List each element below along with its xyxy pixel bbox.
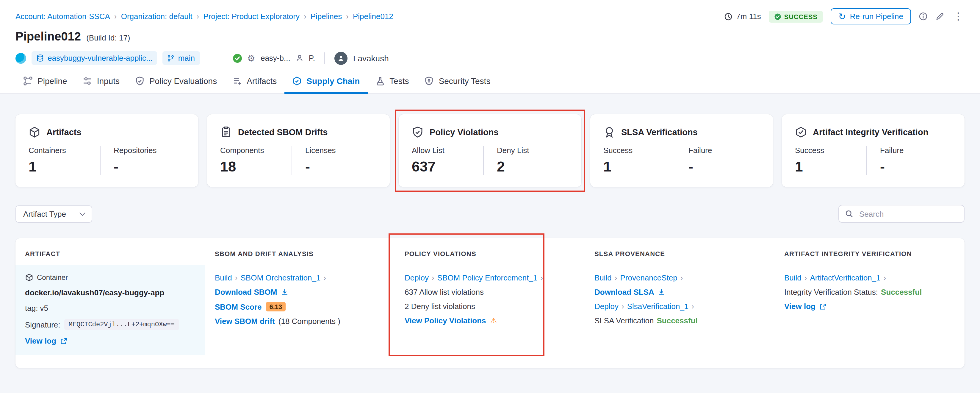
card-artifacts: Artifacts Containers 1 Repositories - [16,114,198,187]
tab-supply-chain[interactable]: Supply Chain [285,70,368,94]
breadcrumb-separator-icon [114,12,117,21]
column-header-integrity: ARTIFACT INTEGRITY VERIFICATION [775,238,964,265]
metric-value: 2 [497,158,568,175]
column-header-policy-violations: POLICY VIOLATIONS [395,238,585,265]
artifact-image-name: docker.io/lavakush07/easy-buggy-app [25,288,164,297]
supply-chain-icon [292,76,302,86]
integrity-cube-icon [795,126,807,138]
slsa-badge-icon [603,126,615,138]
more-options-icon[interactable]: ⋮ [952,11,964,21]
sbom-file-icon [220,126,232,138]
metric-label: Licenses [305,146,377,155]
metric-value: - [880,158,951,175]
breadcrumb-separator-icon [304,12,306,21]
cell-slsa-provenance: Build ProvenanceStep Download SLSA Deplo… [585,265,775,355]
pipeline-icon [23,76,33,86]
card-artifact-integrity-verification: Artifact Integrity Verification Success … [782,114,964,187]
tab-pipeline[interactable]: Pipeline [16,70,75,94]
branch-icon [167,54,175,62]
shield-check-icon [412,126,424,138]
repo-icon [36,54,44,62]
integrity-status-value: Successful [881,288,922,297]
tab-policy-evaluations[interactable]: Policy Evaluations [127,70,224,94]
branch-chip[interactable]: main [163,51,200,65]
step-link[interactable]: SlsaVerification_1 [627,302,689,311]
signature-value[interactable]: MEQCICde2Vjl...L+2+mqnOXw== [65,319,179,330]
user-icon [296,54,304,62]
view-sbom-drift-link[interactable]: View SBOM drift [215,317,275,326]
step-link[interactable]: ProvenanceStep [620,273,678,282]
tab-security-tests[interactable]: Security Tests [417,70,498,94]
breadcrumb-organization[interactable]: Organization: default [121,12,192,21]
metric-label: Failure [880,146,951,155]
chevron-separator-icon [691,302,694,311]
column-header-artifact: ARTIFACT [16,238,205,265]
metric-label: Failure [689,146,760,155]
chevron-separator-icon [622,302,624,311]
download-slsa-link[interactable]: Download SLSA [594,288,654,297]
stage-link[interactable]: Deploy [594,302,619,311]
artifact-type-select[interactable]: Artifact Type [16,205,92,222]
chevron-separator-icon [432,273,434,282]
tab-inputs[interactable]: Inputs [75,70,127,94]
commit-status-icon [232,53,242,63]
chevron-separator-icon [805,273,807,282]
security-tests-icon [425,76,434,86]
stage-link[interactable]: Build [784,273,802,282]
tab-tests[interactable]: Tests [368,70,417,94]
chevron-separator-icon [235,273,238,282]
sbom-score-link[interactable]: SBOM Score [215,302,262,311]
tests-icon [375,76,385,86]
chevron-separator-icon [323,273,326,282]
metric-label: Containers [29,146,100,155]
step-link[interactable]: SBOM Orchestration_1 [241,273,321,282]
sbom-drift-components: (18 Components ) [278,317,340,326]
edit-icon[interactable] [935,12,944,21]
triggered-by-user: Lavakush [353,53,389,63]
table-row: Container docker.io/lavakush07/easy-bugg… [16,265,964,355]
breadcrumb-pipeline012[interactable]: Pipeline012 [353,12,393,21]
page-title: Pipeline012 [16,30,81,43]
check-circle-icon [774,13,781,20]
metric-label: Repositories [114,146,185,155]
view-log-link[interactable]: View log [784,302,816,311]
rerun-pipeline-button[interactable]: ↻ Re-run Pipeline [830,8,911,24]
clock-icon [724,12,732,21]
view-log-link[interactable]: View log [25,336,56,345]
metric-label: Success [795,146,866,155]
breadcrumb-project[interactable]: Project: Product Exploratory [203,12,300,21]
search-box [838,205,964,223]
metric-value: - [114,158,185,175]
metric-value: 1 [29,158,100,175]
search-input[interactable] [858,209,958,219]
run-duration: 7m 11s [724,12,761,21]
tab-artifacts[interactable]: Artifacts [224,70,285,94]
step-link[interactable]: SBOM Policy Enforcement_1 [438,273,538,282]
view-policy-violations-link[interactable]: View Policy Violations [405,316,486,325]
filter-row: Artifact Type [16,205,964,223]
download-sbom-link[interactable]: Download SBOM [215,288,277,297]
step-link[interactable]: ArtifactVerification_1 [810,273,881,282]
integrity-status-label: Integrity Verification Status: [784,288,878,297]
metric-label: Success [603,146,675,155]
supply-chain-content: Artifacts Containers 1 Repositories - [0,94,980,393]
metric-value: 1 [603,158,675,175]
chevron-down-icon [80,209,85,216]
cell-policy-violations: Deploy SBOM Policy Enforcement_1 637 All… [395,265,585,355]
title-row: Pipeline012 (Build Id: 17) [0,24,980,43]
repo-link[interactable]: easybuggy-vulnerable-applic... [32,51,158,65]
breadcrumb-pipelines[interactable]: Pipelines [310,12,342,21]
trigger-pipeline-name[interactable]: easy-b... [261,54,290,62]
deny-list-violations: 2 Deny list violations [405,302,475,311]
card-slsa-verifications: SLSA Verifications Success 1 Failure - [590,114,773,187]
container-icon [25,273,33,282]
info-icon[interactable] [919,12,928,21]
stage-link[interactable]: Build [594,273,612,282]
stage-link[interactable]: Deploy [405,273,429,282]
gear-icon: ⚙ [247,54,255,62]
chevron-separator-icon [540,273,543,282]
stage-link[interactable]: Build [215,273,232,282]
chevron-separator-icon [615,273,617,282]
slsa-verification-status: Successful [657,316,697,325]
breadcrumb-account[interactable]: Account: Automation-SSCA [16,12,110,21]
